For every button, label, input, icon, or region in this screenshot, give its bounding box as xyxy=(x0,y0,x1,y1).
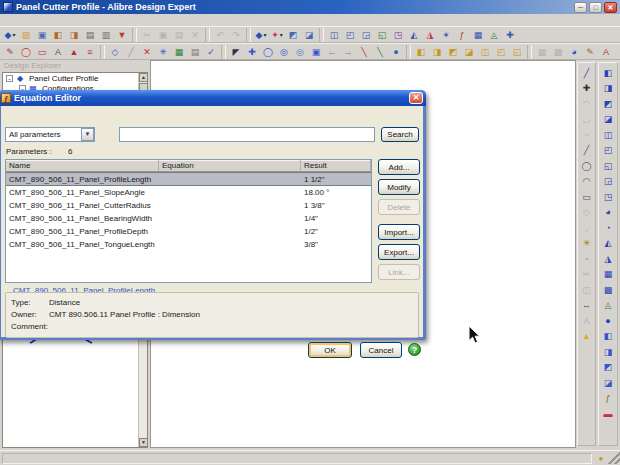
shell-button[interactable]: ◳ xyxy=(390,28,406,42)
tree-expander[interactable]: - xyxy=(6,75,13,82)
save-button[interactable]: ▣ xyxy=(34,28,50,42)
delete-feature-button[interactable]: ✕ xyxy=(139,45,155,59)
sketch-warning-button[interactable]: ▲ xyxy=(579,329,595,345)
revolve-cut-button[interactable]: ◰ xyxy=(600,143,616,159)
modify-button[interactable]: Modify xyxy=(378,179,420,195)
render-button[interactable]: ◕ xyxy=(566,45,582,59)
view-back-button[interactable]: ◨ xyxy=(429,45,445,59)
sketch-lines-button[interactable]: ≡ xyxy=(82,45,98,59)
fastener-button[interactable]: ƒ xyxy=(600,391,616,407)
column-header-name[interactable]: Name xyxy=(6,160,159,171)
CMT_890_506_11_Panel_ProfileDepth[interactable]: CMT_890_506_11_Panel_ProfileDepth 1/2" xyxy=(6,225,371,238)
regenerate-button[interactable]: ▬ xyxy=(600,406,616,422)
open-button[interactable]: ▨ xyxy=(18,28,34,42)
loft-button[interactable]: ◮ xyxy=(422,28,438,42)
search-button[interactable]: Search xyxy=(381,127,419,142)
maximize-button[interactable]: □ xyxy=(589,2,602,13)
part-dropdown-button[interactable]: ◆ xyxy=(253,28,269,42)
helix-boss-button[interactable]: ◧ xyxy=(600,329,616,345)
thread-button[interactable]: ◩ xyxy=(600,360,616,376)
assembly-dropdown-button[interactable]: ✦ xyxy=(269,28,285,42)
cancel-button[interactable]: Cancel xyxy=(360,342,402,358)
view-front-button[interactable]: ◧ xyxy=(413,45,429,59)
dialog-close-icon[interactable]: ✕ xyxy=(409,92,423,104)
redline-pencil-button[interactable]: ✎ xyxy=(582,45,598,59)
view-left-button[interactable]: ◩ xyxy=(445,45,461,59)
column-header-result[interactable]: Result xyxy=(301,160,371,171)
next-view-button[interactable]: → xyxy=(340,45,356,59)
rectangle-tool-button[interactable]: ▭ xyxy=(579,189,595,205)
equation-editor-button[interactable]: ƒ xyxy=(454,28,470,42)
shell-feature-button[interactable]: ◭ xyxy=(600,236,616,252)
chamfer-button[interactable]: ◔ xyxy=(600,220,616,236)
annotate-button[interactable]: A xyxy=(598,45,614,59)
export-workspace-button[interactable]: ◨ xyxy=(66,28,82,42)
point-tool-button[interactable]: ✚ xyxy=(579,81,595,97)
circular-pattern-button[interactable]: ▩ xyxy=(600,282,616,298)
insert-plane-button[interactable]: ◇ xyxy=(107,45,123,59)
line-tool-button[interactable]: ╱ xyxy=(579,65,595,81)
loft-cut-button[interactable]: ◲ xyxy=(600,174,616,190)
sketch-symbol-button[interactable]: ▲ xyxy=(66,45,82,59)
help-icon[interactable]: ? xyxy=(408,343,421,356)
view-bottom-button[interactable]: ◰ xyxy=(493,45,509,59)
close-button[interactable]: ✕ xyxy=(604,2,617,13)
arc-tool-button[interactable]: ◠ xyxy=(579,174,595,190)
team-button[interactable]: ◬ xyxy=(486,28,502,42)
orbit-button[interactable]: ◯ xyxy=(260,45,276,59)
zoom-window-button[interactable]: ▣ xyxy=(308,45,324,59)
sweep-button[interactable]: ◭ xyxy=(406,28,422,42)
boolean-button[interactable]: ◫ xyxy=(326,28,342,42)
mirror-button[interactable]: ◲ xyxy=(358,28,374,42)
pan-button[interactable]: ✚ xyxy=(244,45,260,59)
view-iso-button[interactable]: ◱ xyxy=(509,45,525,59)
layers-button[interactable]: ▤ xyxy=(187,45,203,59)
CMT_890_506_11_Panel_ProfileLength[interactable]: CMT_890_506_11_Panel_ProfileLength 1 1/2… xyxy=(6,172,371,186)
draft-button[interactable]: ◮ xyxy=(600,251,616,267)
print-button[interactable]: ▤ xyxy=(82,28,98,42)
spreadsheet-button[interactable]: ▦ xyxy=(171,45,187,59)
globe-button[interactable]: ● xyxy=(388,45,404,59)
import-button[interactable]: Import... xyxy=(378,224,420,240)
CMT_890_506_11_Panel_CutterRadius[interactable]: CMT_890_506_11_Panel_CutterRadius 1 3/8" xyxy=(6,199,371,212)
measure-green-button[interactable]: ╲ xyxy=(372,45,388,59)
helix-cut-button[interactable]: ◨ xyxy=(600,344,616,360)
new-button[interactable]: ◆ xyxy=(2,28,18,42)
CMT_890_506_11_Panel_SlopeAngle[interactable]: CMT_890_506_11_Panel_SlopeAngle 18.00 ° xyxy=(6,186,371,199)
revolve-boss-button[interactable]: ◨ xyxy=(600,81,616,97)
helix-button[interactable]: ✶ xyxy=(438,28,454,42)
previous-view-button[interactable]: ← xyxy=(324,45,340,59)
sketch-text-button[interactable]: A xyxy=(50,45,66,59)
gear-tool-button[interactable]: ☀ xyxy=(579,236,595,252)
sweep-boss-button[interactable]: ◩ xyxy=(600,96,616,112)
pattern-button[interactable]: ◰ xyxy=(342,28,358,42)
zoom-in-button[interactable]: ◎ xyxy=(276,45,292,59)
mirror-feature-button[interactable]: ◬ xyxy=(600,298,616,314)
chevron-down-icon[interactable]: ▼ xyxy=(81,128,94,141)
export-button[interactable]: Export... xyxy=(378,244,420,260)
measure-button[interactable]: ◪ xyxy=(301,28,317,42)
ok-button[interactable]: OK xyxy=(308,342,352,358)
add-button[interactable]: Add... xyxy=(378,159,420,175)
hole-button[interactable]: ◳ xyxy=(600,189,616,205)
sweep-cut-button[interactable]: ◱ xyxy=(600,158,616,174)
CMT_890_506_11_Panel_TongueLength[interactable]: CMT_890_506_11_Panel_TongueLength 3/8" xyxy=(6,238,371,251)
import-workspace-button[interactable]: ◧ xyxy=(50,28,66,42)
scroll-up-icon[interactable]: ▲ xyxy=(139,73,148,82)
column-header-equation[interactable]: Equation xyxy=(159,160,301,171)
linear-pattern-button[interactable]: ▦ xyxy=(600,267,616,283)
minimize-button[interactable]: ─ xyxy=(574,2,587,13)
constraints-button[interactable]: ◩ xyxy=(285,28,301,42)
line2-tool-button[interactable]: ╱ xyxy=(579,143,595,159)
measure-red-button[interactable]: ╲ xyxy=(356,45,372,59)
color-properties-button[interactable]: ◪ xyxy=(600,375,616,391)
sketch-rectangle-button[interactable]: ▭ xyxy=(34,45,50,59)
extrude-boss-button[interactable]: ◧ xyxy=(600,65,616,81)
loft-boss-button[interactable]: ◪ xyxy=(600,112,616,128)
scroll-down-icon[interactable]: ▼ xyxy=(139,438,148,447)
scale-button[interactable]: ◱ xyxy=(374,28,390,42)
search-input[interactable] xyxy=(119,127,375,142)
insert-axis-button[interactable]: ╱ xyxy=(123,45,139,59)
resize-grip[interactable] xyxy=(608,452,620,464)
circle-tool-button[interactable]: ◯ xyxy=(579,158,595,174)
